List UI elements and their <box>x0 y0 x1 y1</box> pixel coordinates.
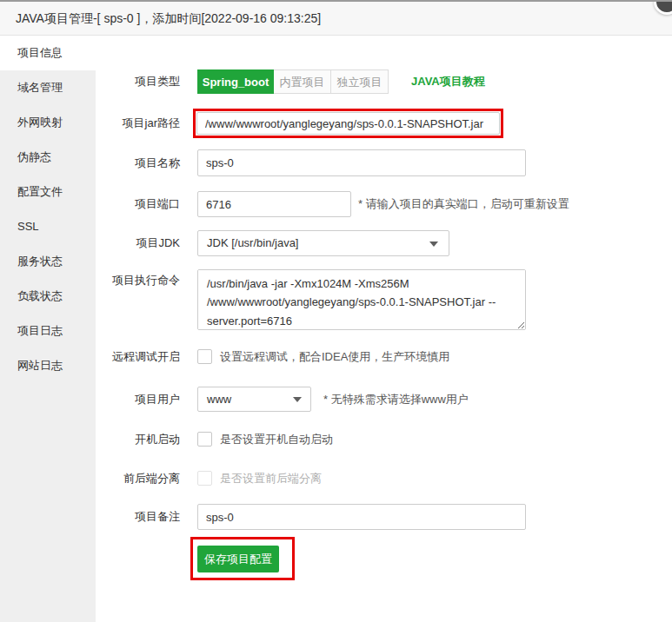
sidebar-item-site-log[interactable]: 网站日志 <box>0 348 96 383</box>
exec-command-textarea[interactable]: /usr/bin/java -jar -Xmx1024M -Xms256M /w… <box>197 269 526 330</box>
sidebar-item-url-rewrite[interactable]: 伪静态 <box>0 140 96 175</box>
jdk-selected-value: JDK [/usr/bin/java] <box>207 236 299 249</box>
dialog-titlebar: JAVA项目管理-[ sps-0 ]，添加时间[2022-09-16 09:13… <box>0 2 672 36</box>
autostart-checkbox[interactable] <box>197 432 212 447</box>
exec-command-label: 项目执行命令 <box>96 269 180 292</box>
jar-path-input[interactable] <box>196 112 500 135</box>
sidebar-item-load-status[interactable]: 负载状态 <box>0 279 96 314</box>
separation-checkbox[interactable] <box>197 471 212 486</box>
project-port-label: 项目端口 <box>96 191 180 217</box>
chevron-down-icon <box>429 242 438 247</box>
java-project-manager-dialog: JAVA项目管理-[ sps-0 ]，添加时间[2022-09-16 09:13… <box>0 0 672 622</box>
project-note-label: 项目备注 <box>96 504 180 530</box>
type-standalone-button[interactable]: 独立项目 <box>331 69 389 94</box>
jar-path-label: 项目jar路径 <box>96 109 180 138</box>
type-builtin-button[interactable]: 内置项目 <box>274 69 331 94</box>
project-user-select[interactable]: www <box>197 387 311 412</box>
project-type-button-group: Spring_boot 内置项目 独立项目 <box>197 69 389 94</box>
remote-debug-text: 设置远程调试，配合IDEA使用，生产环境慎用 <box>220 349 449 365</box>
project-note-input[interactable] <box>197 504 526 530</box>
jdk-select[interactable]: JDK [/usr/bin/java] <box>197 230 449 256</box>
sidebar-item-config-file[interactable]: 配置文件 <box>0 175 96 209</box>
autostart-text: 是否设置开机自动启动 <box>220 432 333 447</box>
sidebar: 项目信息 域名管理 外网映射 伪静态 配置文件 SSL 服务状态 负载状态 项目… <box>0 36 96 622</box>
separation-label: 前后端分离 <box>96 471 180 486</box>
project-type-label: 项目类型 <box>96 69 180 94</box>
dialog-title: JAVA项目管理-[ sps-0 ]，添加时间[2022-09-16 09:13… <box>16 2 321 35</box>
sidebar-item-project-info[interactable]: 项目信息 <box>0 36 96 70</box>
java-tutorial-link[interactable]: JAVA项目教程 <box>411 69 485 94</box>
autostart-label: 开机启动 <box>96 432 180 447</box>
separation-text: 是否设置前后端分离 <box>220 471 322 486</box>
port-hint-text: * 请输入项目的真实端口，启动可重新设置 <box>358 191 569 217</box>
project-name-input[interactable] <box>197 149 526 176</box>
type-springboot-button[interactable]: Spring_boot <box>197 69 274 94</box>
project-user-selected-value: www <box>207 393 231 406</box>
user-hint-text: * 无特殊需求请选择www用户 <box>323 387 469 412</box>
sidebar-item-service-status[interactable]: 服务状态 <box>0 244 96 279</box>
save-project-config-button[interactable]: 保存项目配置 <box>197 546 279 572</box>
annotation-highlight-jar-path <box>193 109 503 138</box>
sidebar-item-external-mapping[interactable]: 外网映射 <box>0 105 96 140</box>
project-port-input[interactable] <box>197 191 351 217</box>
sidebar-item-ssl[interactable]: SSL <box>0 209 96 244</box>
project-user-label: 项目用户 <box>96 387 180 412</box>
project-jdk-label: 项目JDK <box>96 230 180 256</box>
chevron-down-icon <box>293 397 302 402</box>
remote-debug-label: 远程调试开启 <box>96 349 180 365</box>
project-name-label: 项目名称 <box>96 149 180 176</box>
remote-debug-checkbox[interactable] <box>197 349 212 364</box>
sidebar-item-domain-manage[interactable]: 域名管理 <box>0 70 96 105</box>
sidebar-item-project-log[interactable]: 项目日志 <box>0 314 96 348</box>
